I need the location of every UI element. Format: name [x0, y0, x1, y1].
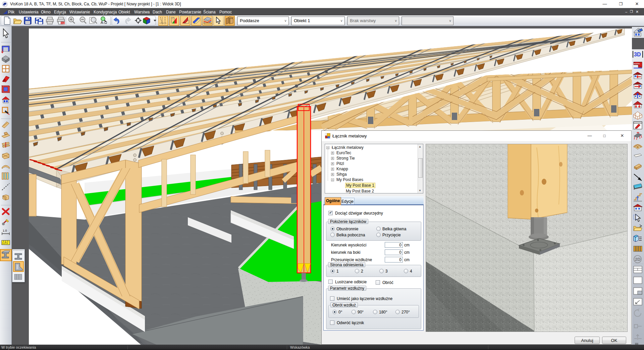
svg-text:3D: 3D [634, 52, 641, 57]
svg-text:A-Ω: A-Ω [101, 20, 107, 24]
svg-text:1.0: 1.0 [3, 229, 7, 232]
svg-text:1 2 3: 1 2 3 [2, 242, 8, 244]
svg-text:2D: 2D [635, 257, 641, 262]
svg-text:PDF: PDF [61, 22, 65, 24]
